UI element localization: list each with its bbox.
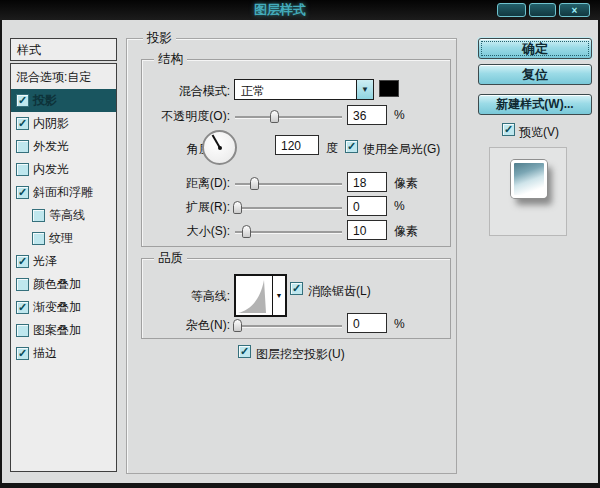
contour-curve-icon <box>236 276 273 315</box>
style-enable-checkbox[interactable]: ✓ <box>16 255 29 268</box>
angle-dial[interactable] <box>202 130 237 165</box>
opacity-slider-thumb[interactable] <box>270 110 279 123</box>
layer-style-dialog: 图层样式 × 样式 混合选项:自定✓投影✓内阴影外发光内发光✓斜面和浮雕等高线纹… <box>0 0 600 488</box>
style-enable-checkbox[interactable]: ✓ <box>16 117 29 130</box>
maximize-button[interactable] <box>529 3 556 17</box>
size-slider[interactable] <box>235 231 342 233</box>
opacity-slider[interactable] <box>235 116 342 118</box>
blend-mode-label: 混合模式: <box>150 83 230 100</box>
knockout-checkbox[interactable]: ✓ <box>238 345 251 358</box>
distance-label: 距离(D): <box>150 175 230 192</box>
blend-mode-select[interactable]: 正常 ▼ <box>234 79 374 100</box>
sidebar-item-label: 等高线 <box>49 207 85 224</box>
close-icon: × <box>572 5 578 16</box>
noise-slider-thumb[interactable] <box>233 319 242 332</box>
contour-picker[interactable]: ▼ <box>234 274 287 317</box>
distance-slider-thumb[interactable] <box>250 177 259 190</box>
opacity-unit: % <box>394 108 405 122</box>
sidebar-item[interactable]: ✓内阴影 <box>11 112 116 135</box>
spread-unit: % <box>394 199 405 213</box>
spread-slider-thumb[interactable] <box>233 201 242 214</box>
sidebar-item[interactable]: 内发光 <box>11 158 116 181</box>
distance-input[interactable]: 18 <box>347 172 387 192</box>
style-enable-checkbox[interactable]: ✓ <box>16 186 29 199</box>
global-light-label: 使用全局光(G) <box>363 141 440 158</box>
noise-unit: % <box>394 317 405 331</box>
global-light-checkbox[interactable]: ✓ <box>345 140 358 153</box>
knockout-label: 图层挖空投影(U) <box>256 346 345 363</box>
sidebar-item[interactable]: ✓渐变叠加 <box>11 296 116 319</box>
anti-alias-label: 消除锯齿(L) <box>308 283 371 300</box>
sidebar-item[interactable]: ✓投影 <box>11 89 116 112</box>
opacity-label: 不透明度(O): <box>150 108 230 125</box>
sidebar-item-label: 渐变叠加 <box>33 299 81 316</box>
quality-group: 品质 等高线: ▼ ✓ 消除锯齿(L) 杂色(N): 0 % <box>141 258 451 339</box>
preview-panel <box>489 147 567 236</box>
sidebar-item-label: 图案叠加 <box>33 322 81 339</box>
dialog-bottom-edge <box>0 483 600 488</box>
anti-alias-checkbox[interactable]: ✓ <box>290 282 303 295</box>
sidebar-item[interactable]: 混合选项:自定 <box>11 66 116 89</box>
sidebar-item-label: 内阴影 <box>33 115 69 132</box>
new-style-button[interactable]: 新建样式(W)... <box>478 94 592 115</box>
minimize-button[interactable] <box>497 3 526 17</box>
angle-unit: 度 <box>326 140 338 157</box>
sidebar-item-label: 光泽 <box>33 253 57 270</box>
close-button[interactable]: × <box>559 3 590 17</box>
style-list: 混合选项:自定✓投影✓内阴影外发光内发光✓斜面和浮雕等高线纹理✓光泽颜色叠加✓渐… <box>10 63 117 472</box>
preview-checkbox[interactable]: ✓ <box>502 123 515 136</box>
sidebar-item[interactable]: ✓光泽 <box>11 250 116 273</box>
style-enable-checkbox[interactable]: ✓ <box>16 301 29 314</box>
noise-slider[interactable] <box>235 325 342 327</box>
style-enable-checkbox[interactable] <box>16 324 29 337</box>
spread-input[interactable]: 0 <box>347 196 387 216</box>
sidebar-item-label: 投影 <box>33 92 57 109</box>
noise-label: 杂色(N): <box>150 317 230 334</box>
sidebar-item[interactable]: ✓斜面和浮雕 <box>11 181 116 204</box>
titlebar[interactable]: 图层样式 × <box>0 0 600 20</box>
shadow-color-swatch[interactable] <box>379 80 399 97</box>
style-enable-checkbox[interactable] <box>16 278 29 291</box>
style-enable-checkbox[interactable] <box>16 163 29 176</box>
structure-legend: 结构 <box>154 52 187 67</box>
sidebar-item[interactable]: 纹理 <box>11 227 116 250</box>
style-enable-checkbox[interactable] <box>32 232 45 245</box>
style-enable-checkbox[interactable] <box>16 140 29 153</box>
sidebar-item[interactable]: 等高线 <box>11 204 116 227</box>
style-enable-checkbox[interactable]: ✓ <box>16 347 29 360</box>
distance-unit: 像素 <box>394 175 418 192</box>
drop-shadow-panel: 投影 结构 混合模式: 正常 ▼ 不透明度(O): 36 % 角度(A): 12… <box>126 38 457 474</box>
sidebar-item[interactable]: 外发光 <box>11 135 116 158</box>
style-preview-thumbnail <box>511 160 547 198</box>
quality-legend: 品质 <box>154 251 187 266</box>
styles-header: 样式 <box>10 38 117 61</box>
sidebar-item-label: 描边 <box>33 345 57 362</box>
blend-mode-dropdown-button[interactable]: ▼ <box>356 80 373 99</box>
angle-input[interactable]: 120 <box>275 135 319 155</box>
sidebar-item-label: 斜面和浮雕 <box>33 184 93 201</box>
contour-label: 等高线: <box>150 288 230 305</box>
size-input[interactable]: 10 <box>347 220 387 240</box>
distance-slider[interactable] <box>235 183 342 185</box>
ok-button[interactable]: 确定 <box>478 38 592 59</box>
size-slider-thumb[interactable] <box>242 225 251 238</box>
sidebar-item-label: 外发光 <box>33 138 69 155</box>
chevron-down-icon: ▼ <box>276 292 283 299</box>
spread-slider[interactable] <box>235 207 342 209</box>
sidebar-item-label: 纹理 <box>49 230 73 247</box>
contour-dropdown-button[interactable]: ▼ <box>273 276 285 315</box>
noise-input[interactable]: 0 <box>347 313 387 333</box>
style-enable-checkbox[interactable]: ✓ <box>16 94 29 107</box>
sidebar-item-label: 内发光 <box>33 161 69 178</box>
sidebar-item[interactable]: 图案叠加 <box>11 319 116 342</box>
spread-label: 扩展(R): <box>150 199 230 216</box>
blend-mode-value: 正常 <box>235 80 356 99</box>
sidebar-item[interactable]: ✓描边 <box>11 342 116 365</box>
opacity-input[interactable]: 36 <box>347 105 387 125</box>
sidebar-item[interactable]: 颜色叠加 <box>11 273 116 296</box>
preview-label: 预览(V) <box>519 124 559 141</box>
sidebar-item-label: 混合选项:自定 <box>16 69 91 86</box>
style-enable-checkbox[interactable] <box>32 209 45 222</box>
size-label: 大小(S): <box>150 223 230 240</box>
reset-button[interactable]: 复位 <box>478 64 592 85</box>
